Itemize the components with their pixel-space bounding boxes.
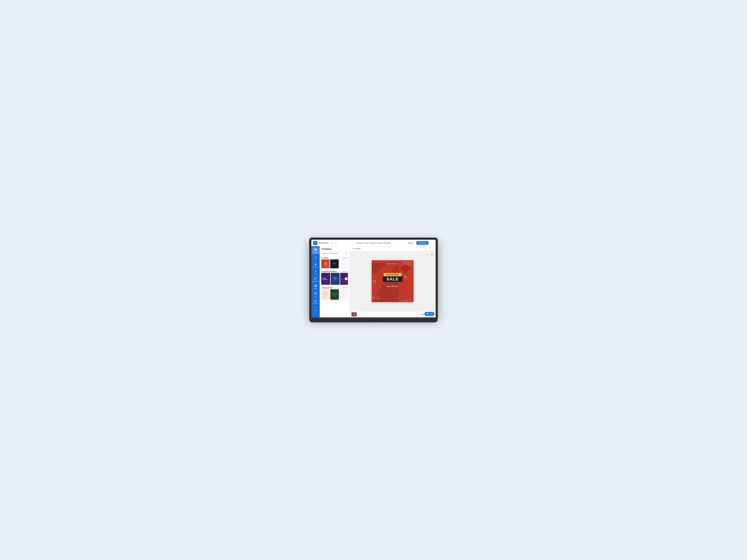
sidebar-label-uploads: Uploads [313, 302, 318, 304]
laptop-bezel: T Dashboard ↩ ↪ Clearance Sale Instagram… [309, 238, 438, 318]
sidebar-label-more: More [314, 310, 317, 311]
sidebar-label-text: Text [314, 273, 317, 275]
canvas-bottom-bar: SALE + Fit [350, 311, 436, 317]
duplicate-button[interactable] [430, 253, 434, 257]
youtube-template-3[interactable]: ★★★ [339, 259, 348, 268]
scroll-down-indicator[interactable]: ▾ [392, 309, 393, 311]
svg-rect-16 [315, 301, 316, 301]
youtube-template-1[interactable]: HAPPYLABORDAY [321, 259, 330, 268]
sidebar-item-tables[interactable]: Tables [311, 284, 320, 291]
arrow-left-decoration: ◁ [373, 279, 376, 283]
instagram-see-all[interactable]: See all [343, 287, 347, 289]
sidebar-icons: Templates Fill [311, 246, 320, 317]
canvas-wrapper: ◁ ▷ Vanko Electronics CLEARANCE [350, 251, 436, 311]
svg-rect-7 [315, 278, 315, 279]
share-button[interactable]: Share [406, 241, 415, 245]
clearance-label-box: CLEARANCE [384, 273, 402, 276]
topbar: T Dashboard ↩ ↪ Clearance Sale Instagram… [311, 240, 436, 246]
logo-icon [314, 292, 317, 295]
main-content: Templates Fill [311, 246, 436, 317]
topbar-actions: ↩ ↪ [330, 241, 338, 245]
more-options-button[interactable]: ··· [430, 241, 434, 245]
laptop-wrapper: T Dashboard ↩ ↪ Clearance Sale Instagram… [309, 238, 438, 322]
youtube-template-2[interactable]: FATHER'SDAY [330, 259, 338, 268]
background-icon [314, 277, 317, 280]
text-icon: T [315, 271, 316, 273]
chat-button[interactable]: 💬 Chat [424, 312, 434, 316]
laptop-screen: T Dashboard ↩ ↪ Clearance Sale Instagram… [311, 240, 436, 317]
canvas-area: ✦ Animate [350, 246, 436, 317]
sidebar-item-fill[interactable]: Fill [311, 255, 320, 262]
canvas-top-controls [425, 253, 434, 257]
sidebar-item-more[interactable]: ··· More [311, 306, 320, 312]
instagram-template-1[interactable]: wedding [321, 289, 330, 300]
sidebar-item-text[interactable]: T Text [311, 269, 320, 276]
fill-icon [314, 256, 317, 259]
search-icon[interactable]: 🔍 [345, 252, 347, 254]
laptop-notch [369, 238, 378, 239]
chat-label: Chat [429, 313, 433, 315]
design-canvas[interactable]: ◁ ▷ Vanko Electronics CLEARANCE [372, 260, 414, 302]
more-icon: ··· [314, 307, 317, 309]
dots-decoration-bl [373, 296, 380, 299]
templates-scroll[interactable]: YouTube See all HAPPYLABORDAY FATHER'SDA… [320, 256, 350, 317]
redo-button[interactable]: ↪ [334, 241, 338, 245]
svg-point-13 [314, 292, 316, 294]
snapchat-see-all[interactable]: See all [343, 271, 347, 272]
templates-panel-title: Templates [320, 246, 350, 251]
trackpad [369, 320, 378, 321]
laptop-base [309, 318, 438, 322]
youtube-see-all[interactable]: See all [343, 257, 347, 259]
youtube-templates-grid: HAPPYLABORDAY FATHER'SDAY ★★★ [320, 259, 350, 270]
instagram-template-3[interactable]: 📱 [339, 289, 348, 300]
snapchat-template-1[interactable]: HappyBirthday! [321, 273, 330, 285]
tables-icon [314, 285, 317, 288]
templates-panel: Templates 🔍 YouTube See all [320, 246, 350, 317]
sidebar-item-background[interactable]: Background [311, 276, 320, 283]
animate-button[interactable]: ✦ Animate [352, 247, 362, 250]
sidebar-item-templates[interactable]: Templates [311, 247, 320, 254]
canvas-toolbar: ✦ Animate [350, 246, 436, 251]
download-button[interactable]: Download [416, 241, 429, 245]
svg-rect-2 [314, 250, 315, 251]
templates-icon [314, 248, 317, 251]
zoom-fill [420, 314, 424, 315]
undo-button[interactable]: ↩ [330, 241, 333, 245]
sidebar-label-templates: Templates [313, 251, 318, 253]
youtube-section-title: YouTube [321, 257, 328, 259]
chat-icon: 💬 [426, 313, 429, 315]
uploads-icon [314, 299, 317, 302]
graphics-icon [314, 263, 317, 266]
sidebar-label-logo: Logo [314, 295, 317, 297]
expand-button[interactable] [425, 253, 429, 257]
instagram-templates-grid: wedding Shop for yourfavorite goodswitho… [320, 289, 350, 301]
website-text: vankoelectronics.com [402, 300, 412, 301]
dots-decoration-tr [403, 262, 412, 265]
add-page-button[interactable]: + [358, 312, 362, 316]
sidebar-item-logo[interactable]: Logo [311, 291, 320, 298]
sidebar-label-tables: Tables [314, 288, 317, 289]
snapchat-section: Snapchat Geofilters See all HappyBirthda… [320, 270, 350, 285]
sidebar-item-graphics[interactable]: Graphics [311, 262, 320, 269]
instagram-template-2[interactable]: Shop for yourfavorite goodswithout leavi… [330, 289, 339, 300]
canvas-brand-name: Vanko Electronics [387, 263, 398, 264]
page-thumbnail-1[interactable]: SALE [352, 312, 357, 316]
app-logo: T [313, 241, 317, 245]
dashboard-link[interactable]: Dashboard [319, 242, 328, 244]
topbar-right: Share Download ··· [406, 241, 434, 245]
sale-text: SALE [386, 277, 399, 282]
snapchat-next-button[interactable]: ▶ [345, 277, 347, 280]
youtube-section-header: YouTube See all [320, 256, 350, 259]
snapchat-section-title: Snapchat Geofilters [321, 270, 337, 272]
sidebar-item-uploads[interactable]: Uploads [311, 298, 320, 305]
animate-label: Animate [355, 248, 361, 249]
panel-collapse-button[interactable]: ‹ [348, 280, 350, 284]
svg-marker-5 [314, 263, 317, 265]
discount-text: Up to 80% Off! [387, 285, 398, 287]
instagram-section-title: Instagram Ads [321, 287, 333, 289]
search-input[interactable] [321, 251, 348, 255]
svg-rect-17 [432, 254, 433, 255]
snapchat-template-2[interactable]: BUSINESSCONFERENCE2030 September 12, 203… [331, 273, 339, 285]
sale-label-box: SALE [383, 276, 403, 282]
svg-rect-3 [316, 250, 316, 251]
